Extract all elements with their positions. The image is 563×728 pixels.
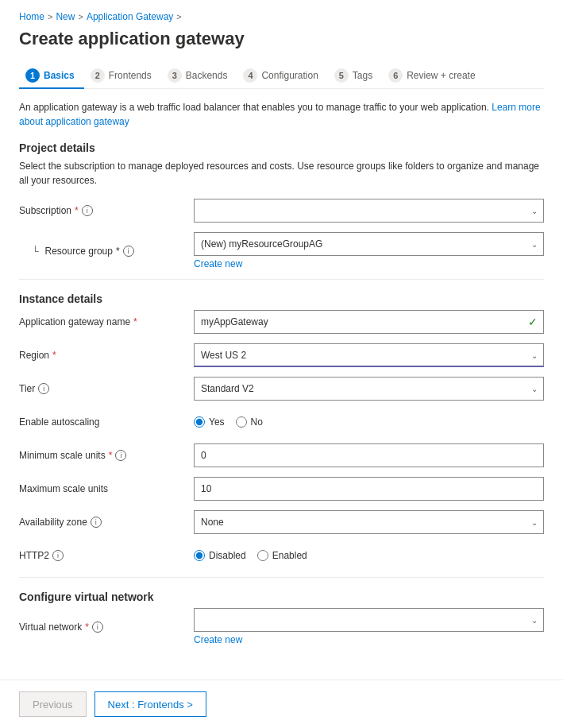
virtual-network-info-icon[interactable]: i <box>92 622 103 633</box>
resource-group-select-wrapper: (New) myResourceGroupAG ⌄ <box>194 232 544 256</box>
step-label-basics: Basics <box>44 70 75 81</box>
autoscaling-no-option[interactable]: No <box>236 416 263 428</box>
http2-disabled-label: Disabled <box>209 550 246 561</box>
breadcrumb-app-gateway[interactable]: Application Gateway <box>87 11 173 22</box>
resource-group-select[interactable]: (New) myResourceGroupAG <box>194 232 544 256</box>
resource-group-info-icon[interactable]: i <box>123 246 134 257</box>
about-app-gateway-link[interactable]: about application gateway <box>19 116 129 127</box>
max-scale-input[interactable] <box>194 477 544 501</box>
resource-group-row: Resource group * i (New) myResourceGroup… <box>19 232 544 269</box>
app-gateway-name-input[interactable] <box>194 310 544 334</box>
http2-disabled-option[interactable]: Disabled <box>194 550 246 561</box>
step-num-3: 3 <box>168 68 182 83</box>
tier-select[interactable]: Standard V2 <box>194 377 544 401</box>
availability-zone-row: Availability zone i None ⌄ <box>19 510 544 534</box>
app-name-required: * <box>133 316 137 327</box>
step-frontends[interactable]: 2 Frontends <box>84 64 161 89</box>
breadcrumb-sep-3: > <box>176 12 181 21</box>
http2-label: HTTP2 i <box>19 550 194 561</box>
virtual-network-label: Virtual network * i <box>19 622 194 633</box>
autoscaling-row: Enable autoscaling Yes No <box>19 410 544 434</box>
divider-2 <box>19 577 544 578</box>
http2-info-icon[interactable]: i <box>52 550 64 561</box>
footer: Previous Next : Frontends > <box>0 680 563 728</box>
step-configuration[interactable]: 4 Configuration <box>237 64 327 89</box>
step-label-tags: Tags <box>353 70 372 81</box>
http2-radio-group: Disabled Enabled <box>194 550 544 561</box>
tier-select-wrapper: Standard V2 ⌄ <box>194 377 544 401</box>
step-backends[interactable]: 3 Backends <box>161 64 237 89</box>
subscription-required: * <box>75 205 79 216</box>
http2-enabled-label: Enabled <box>272 550 307 561</box>
region-required: * <box>52 350 56 361</box>
step-label-review: Review + create <box>407 70 475 81</box>
http2-enabled-option[interactable]: Enabled <box>257 550 307 561</box>
tier-label: Tier i <box>19 383 194 394</box>
step-num-5: 5 <box>334 68 349 83</box>
subscription-label: Subscription * i <box>19 205 194 216</box>
app-gateway-name-row: Application gateway name * ✓ <box>19 310 544 334</box>
step-label-frontends: Frontends <box>109 70 152 81</box>
http2-disabled-radio[interactable] <box>194 550 205 561</box>
steps-bar: 1 Basics 2 Frontends 3 Backends 4 Config… <box>19 64 544 89</box>
region-select[interactable]: West US 2 <box>194 343 544 367</box>
step-basics[interactable]: 1 Basics <box>19 64 84 89</box>
availability-zone-info-icon[interactable]: i <box>91 517 102 528</box>
http2-enabled-radio[interactable] <box>257 550 268 561</box>
min-scale-required: * <box>109 450 113 461</box>
autoscaling-yes-label: Yes <box>209 416 225 428</box>
project-details-desc: Select the subscription to manage deploy… <box>19 159 544 188</box>
tier-info-icon[interactable]: i <box>38 383 49 394</box>
learn-more-link[interactable]: Learn more <box>492 102 540 113</box>
info-description: An application gateway is a web traffic … <box>19 100 544 129</box>
subscription-row: Subscription * i ⌄ <box>19 199 544 223</box>
divider-1 <box>19 279 544 280</box>
max-scale-control <box>194 477 544 501</box>
step-label-backends: Backends <box>186 70 228 81</box>
availability-zone-label: Availability zone i <box>19 517 194 528</box>
step-tags[interactable]: 5 Tags <box>328 64 382 89</box>
app-gateway-name-control: ✓ <box>194 310 544 334</box>
breadcrumb-home[interactable]: Home <box>19 11 44 22</box>
autoscaling-yes-radio[interactable] <box>194 416 205 428</box>
resource-group-label: Resource group * i <box>19 246 194 257</box>
min-scale-info-icon[interactable]: i <box>115 450 126 461</box>
instance-details-heading: Instance details <box>19 292 544 305</box>
next-button[interactable]: Next : Frontends > <box>94 691 206 717</box>
previous-button[interactable]: Previous <box>19 691 87 717</box>
min-scale-row: Minimum scale units * i <box>19 443 544 467</box>
breadcrumb-sep-2: > <box>78 12 83 21</box>
max-scale-label: Maximum scale units <box>19 483 194 494</box>
virtual-network-create-new[interactable]: Create new <box>194 634 544 645</box>
resource-group-required: * <box>116 246 120 257</box>
virtual-network-select[interactable] <box>194 608 544 632</box>
min-scale-input[interactable] <box>194 443 544 467</box>
region-label: Region * <box>19 350 194 361</box>
step-num-2: 2 <box>91 68 105 83</box>
autoscaling-label: Enable autoscaling <box>19 416 194 428</box>
virtual-network-control: ⌄ Create new <box>194 608 544 645</box>
subscription-select-wrapper: ⌄ <box>194 199 544 223</box>
virtual-network-select-wrapper: ⌄ <box>194 608 544 632</box>
region-select-wrapper: West US 2 ⌄ <box>194 343 544 367</box>
autoscaling-yes-option[interactable]: Yes <box>194 416 225 428</box>
subscription-select[interactable] <box>194 199 544 223</box>
virtual-network-row: Virtual network * i ⌄ Create new <box>19 608 544 645</box>
max-scale-row: Maximum scale units <box>19 477 544 501</box>
app-gateway-name-label: Application gateway name * <box>19 316 194 327</box>
availability-zone-select[interactable]: None <box>194 510 544 534</box>
subscription-info-icon[interactable]: i <box>82 205 93 216</box>
http2-row: HTTP2 i Disabled Enabled <box>19 544 544 567</box>
resource-group-control: (New) myResourceGroupAG ⌄ Create new <box>194 232 544 269</box>
step-num-4: 4 <box>243 68 257 83</box>
virtual-network-required: * <box>85 622 89 633</box>
project-details-heading: Project details <box>19 141 544 154</box>
autoscaling-no-label: No <box>251 416 263 428</box>
region-row: Region * West US 2 ⌄ <box>19 343 544 367</box>
resource-group-create-new[interactable]: Create new <box>194 258 544 269</box>
autoscaling-no-radio[interactable] <box>236 416 247 428</box>
page-title: Create application gateway <box>19 29 544 49</box>
step-review-create[interactable]: 6 Review + create <box>382 64 484 89</box>
breadcrumb-new[interactable]: New <box>56 11 75 22</box>
min-scale-label: Minimum scale units * i <box>19 450 194 461</box>
